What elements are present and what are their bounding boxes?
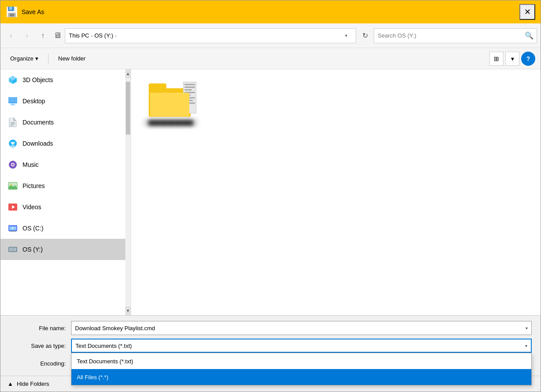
content-area: 3D Objects Desktop Documents Downloads: [0, 69, 541, 315]
nav-path[interactable]: This PC › OS (Y:) › ▾: [65, 28, 356, 43]
filename-value: Download Smokey Playlist.cmd: [75, 325, 155, 332]
title-bar: Save As ✕: [0, 0, 541, 23]
view-button[interactable]: ⊞: [489, 52, 503, 66]
refresh-button[interactable]: ↻: [358, 29, 372, 43]
bottom-panel: File name: Download Smokey Playlist.cmd …: [0, 315, 541, 376]
path-segment-thispc: This PC: [69, 32, 89, 39]
music-label: Music: [23, 161, 39, 168]
folder-tab: [149, 83, 166, 90]
svg-rect-2: [9, 7, 12, 10]
sidebar-scrollbar[interactable]: ▲ ▼: [125, 69, 131, 315]
up-button[interactable]: ↑: [36, 29, 50, 43]
savetype-container: Text Documents (*.txt) ▾ Text Documents …: [71, 339, 532, 353]
savetype-dropdown-arrow: ▾: [525, 343, 527, 348]
folder-icon: [149, 82, 193, 117]
nav-bar: ‹ › ↑ 🖥 This PC › OS (Y:) › ▾ ↻ 🔍: [0, 23, 541, 48]
back-button[interactable]: ‹: [4, 29, 18, 43]
downloads-icon: [8, 138, 18, 149]
svg-rect-4: [10, 14, 14, 16]
savetype-selected[interactable]: Text Documents (*.txt) ▾: [71, 339, 532, 353]
save-icon: [6, 6, 18, 18]
videos-icon: [8, 202, 18, 212]
svg-rect-15: [11, 122, 15, 123]
scroll-thumb[interactable]: [126, 82, 130, 135]
path-arrow-2: ›: [115, 33, 117, 38]
savetype-option-txt[interactable]: Text Documents (*.txt): [71, 353, 531, 369]
search-input[interactable]: [374, 32, 522, 39]
toolbar-separator: [48, 53, 49, 64]
path-segment-osy: OS (Y:): [94, 32, 113, 39]
dialog-title: Save As: [22, 8, 44, 15]
os-y-icon: [8, 244, 18, 255]
filename-dropdown-arrow: ▾: [526, 326, 528, 331]
pictures-icon: [8, 181, 18, 191]
svg-rect-11: [11, 104, 15, 105]
sidebar-item-pictures[interactable]: Pictures: [0, 175, 131, 196]
svg-point-34: [12, 227, 14, 229]
3d-objects-label: 3D Objects: [23, 76, 53, 83]
scroll-down-arrow[interactable]: ▼: [125, 306, 131, 315]
view-arrow-button[interactable]: ▾: [505, 52, 519, 66]
filename-row: File name: Download Smokey Playlist.cmd …: [9, 321, 532, 335]
close-button[interactable]: ✕: [519, 4, 535, 20]
sidebar-item-desktop[interactable]: Desktop: [0, 90, 131, 112]
os-c-icon: [8, 223, 18, 234]
downloads-label: Downloads: [23, 140, 53, 147]
svg-rect-20: [11, 146, 15, 147]
sidebar-item-os-y[interactable]: OS (Y:): [0, 239, 131, 260]
hide-folders-arrow: ▲: [8, 381, 13, 387]
search-box: 🔍: [374, 28, 537, 43]
documents-label: Documents: [23, 119, 54, 126]
path-arrow-1: ›: [91, 33, 93, 38]
os-y-label: OS (Y:): [23, 246, 43, 253]
documents-icon: [8, 117, 18, 128]
svg-rect-16: [11, 124, 15, 124]
music-icon: [8, 159, 18, 170]
sidebar-item-videos[interactable]: Videos: [0, 196, 131, 218]
filename-input[interactable]: Download Smokey Playlist.cmd ▾: [71, 321, 532, 335]
desktop-icon: [8, 96, 18, 106]
svg-rect-10: [8, 97, 17, 102]
toolbar: Organize ▾ New folder ⊞ ▾ ?: [0, 48, 541, 69]
svg-rect-33: [10, 231, 16, 232]
folder-front: [150, 93, 189, 117]
new-folder-button[interactable]: New folder: [54, 52, 90, 66]
forward-button[interactable]: ›: [20, 29, 34, 43]
os-c-label: OS (C:): [23, 225, 43, 232]
svg-point-23: [12, 164, 14, 166]
pictures-label: Pictures: [23, 182, 45, 189]
sidebar-item-downloads[interactable]: Downloads: [0, 133, 131, 154]
savetype-label: Save as type:: [9, 343, 71, 349]
sidebar: 3D Objects Desktop Documents Downloads: [0, 69, 131, 315]
sidebar-item-os-c[interactable]: OS (C:): [0, 218, 131, 239]
svg-point-38: [12, 249, 14, 250]
sidebar-item-music[interactable]: Music: [0, 154, 131, 175]
title-bar-left: Save As: [6, 6, 44, 18]
sidebar-item-3d-objects[interactable]: 3D Objects: [0, 69, 131, 90]
path-icon: 🖥: [53, 31, 61, 40]
sidebar-item-documents[interactable]: Documents: [0, 112, 131, 133]
save-as-dialog: Save As ✕ ‹ › ↑ 🖥 This PC › OS (Y:) › ▾ …: [0, 0, 541, 392]
scroll-up-arrow[interactable]: ▲: [125, 69, 131, 78]
organize-button[interactable]: Organize ▾: [6, 52, 43, 66]
savetype-option-all[interactable]: All Files (*.*): [71, 369, 531, 385]
hide-folders-label: Hide Folders: [17, 381, 49, 387]
filename-label: File name:: [9, 325, 71, 332]
search-icon: 🔍: [522, 28, 537, 43]
3d-objects-icon: [8, 75, 18, 85]
desktop-label: Desktop: [23, 98, 45, 105]
encoding-label: Encoding:: [9, 360, 71, 367]
savetype-row: Save as type: Text Documents (*.txt) ▾ T…: [9, 339, 532, 353]
savetype-selected-value: Text Documents (*.txt): [75, 343, 132, 349]
videos-label: Videos: [23, 204, 41, 211]
toolbar-right: ⊞ ▾ ?: [489, 52, 535, 66]
svg-rect-17: [11, 125, 13, 126]
help-button[interactable]: ?: [521, 52, 535, 66]
path-dropdown-button[interactable]: ▾: [340, 29, 352, 43]
folder-item[interactable]: ████████████: [140, 78, 202, 130]
file-area: ████████████: [131, 69, 541, 315]
savetype-dropdown: Text Documents (*.txt) All Files (*.*): [71, 353, 532, 385]
svg-rect-12: [10, 105, 15, 106]
folder-name: ████████████: [143, 119, 198, 127]
